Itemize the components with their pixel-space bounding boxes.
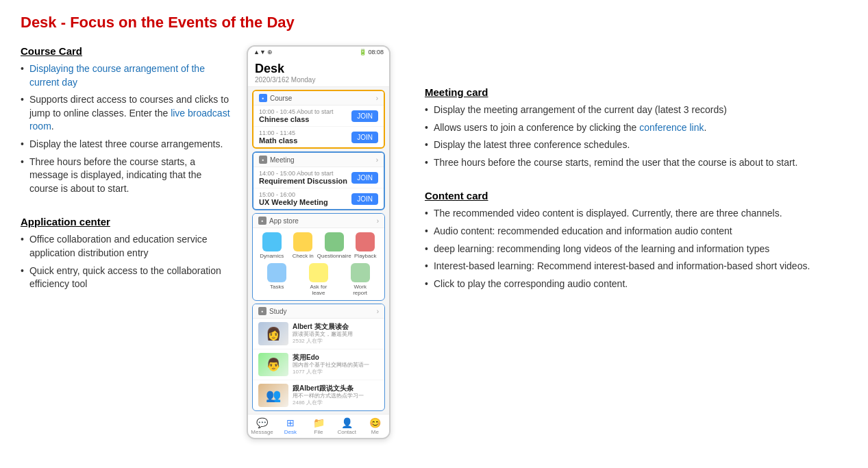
questionnaire-label: Questionnaire [317, 253, 351, 259]
meeting-row-1-time: 14:00 - 15:00 About to start [259, 170, 351, 177]
meeting-row-1: 14:00 - 15:00 About to start Requirement… [253, 167, 384, 188]
study-title-3: 跟Albert跟说文头条 [293, 384, 379, 393]
meeting-bullet-3: Display the latest three conference sche… [434, 138, 630, 152]
nav-file[interactable]: 📁 File [304, 417, 332, 435]
phone-bottom-nav: 💬 Message ⊞ Desk 📁 File 👤 Contact 😊 [248, 414, 389, 438]
study-info-2: 英用Edo 国内首个基于社交网络的英语一 1077 人在学 [293, 354, 379, 376]
bullet-1-text: Displaying the course arrangement of the… [29, 62, 233, 89]
phone-mockup: ▲▼ ⊕ 🔋 08:08 Desk 2020/3/162 Monday ▪ Co… [247, 45, 390, 439]
study-subtitle-2: 国内首个基于社交网络的英语一 [293, 362, 379, 369]
meeting-bullet-1: Display the meeting arrangement of the c… [434, 103, 727, 117]
phone-course-card: ▪ Course › 10:00 - 10:45 About to start … [252, 90, 385, 149]
study-card-label: Study [269, 308, 287, 315]
meeting-join-btn-1[interactable]: JOIN [351, 172, 378, 184]
app-item-tasks[interactable]: Tasks [264, 263, 289, 296]
app-item-questionnaire[interactable]: Questionnaire [322, 232, 347, 259]
dynamics-icon [262, 232, 282, 251]
list-item: Click to play the corresponding audio co… [425, 278, 847, 291]
live-broadcast-link[interactable]: live broadcast room [29, 108, 230, 132]
status-left: ▲▼ ⊕ [253, 49, 273, 56]
phone-app-title: Desk [255, 62, 382, 76]
playback-label: Playback [354, 253, 376, 259]
meeting-join-btn-2[interactable]: JOIN [351, 193, 378, 205]
list-item: Quick entry, quick access to the collabo… [21, 264, 233, 291]
phone-meeting-card-header: ▪ Meeting › [253, 153, 384, 167]
list-item: Display the meeting arrangement of the c… [425, 103, 847, 117]
left-panel: Course Card Displaying the course arrang… [21, 45, 240, 308]
study-count-3: 2486 人在学 [293, 399, 379, 406]
course-row-1-info: 10:00 - 10:45 About to start Chinese cla… [259, 108, 351, 123]
nav-contact[interactable]: 👤 Contact [333, 417, 361, 435]
content-bullet-1: The recommended video content is display… [434, 207, 782, 221]
study-card-icon: ▪ [258, 307, 266, 315]
course-row-2-title: Math class [259, 136, 351, 145]
meeting-bullet-4: Three hours before the course starts, re… [434, 156, 798, 170]
message-nav-icon: 💬 [256, 417, 268, 428]
meeting-row-2: 15:00 - 16:00 UX Weekly Meeting JOIN [253, 188, 384, 209]
meeting-chevron-right: › [376, 156, 378, 164]
study-info-3: 跟Albert跟说文头条 用不一样的方式选热点学习一 2486 人在学 [293, 384, 379, 407]
course-card-section: Course Card Displaying the course arrang… [21, 45, 233, 195]
meeting-card-section: Meeting card Display the meeting arrange… [425, 86, 847, 169]
app-store-card-icon: ▪ [258, 217, 266, 225]
course-chevron-right: › [376, 95, 378, 102]
study-title-2: 英用Edo [293, 354, 379, 362]
app-store-grid-row2: Tasks Ask for leave Work report [253, 263, 384, 300]
content-card-heading: Content card [425, 190, 847, 201]
app-item-leave[interactable]: Ask for leave [306, 263, 331, 296]
content-card-section: Content card The recommended video conte… [425, 190, 847, 291]
app-item-playback[interactable]: Playback [353, 232, 377, 259]
course-join-btn-1[interactable]: JOIN [351, 110, 378, 122]
study-subtitle-1: 跟读英语美文，邂逅英用 [293, 331, 379, 338]
nav-desk[interactable]: ⊞ Desk [276, 417, 304, 435]
me-nav-label: Me [371, 429, 379, 435]
checkin-label: Check in [293, 253, 314, 259]
meeting-row-2-info: 15:00 - 16:00 UX Weekly Meeting [259, 191, 351, 206]
nav-message[interactable]: 💬 Message [248, 417, 276, 435]
app-item-checkin[interactable]: Check in [290, 232, 315, 259]
list-item: Three hours before the course starts, a … [21, 156, 233, 196]
meeting-card-label: Meeting [270, 156, 295, 164]
meeting-card-heading: Meeting card [425, 86, 847, 98]
app-item-workreport[interactable]: Work report [348, 263, 373, 296]
phone-app-store-card: ▪ App store › Dynamics Check in [252, 213, 385, 301]
course-row-1-time: 10:00 - 10:45 About to start [259, 108, 351, 115]
study-item-2[interactable]: 👨 英用Edo 国内首个基于社交网络的英语一 1077 人在学 [253, 349, 384, 380]
course-card-heading: Course Card [21, 45, 233, 57]
list-item: Three hours before the course starts, re… [425, 156, 847, 170]
meeting-card-icon: ▪ [259, 156, 267, 164]
app-store-label: App store [269, 217, 299, 225]
phone-mockup-container: ▲▼ ⊕ 🔋 08:08 Desk 2020/3/162 Monday ▪ Co… [240, 45, 397, 439]
app-item-dynamics[interactable]: Dynamics [260, 232, 284, 259]
bullet-3-text: Display the latest three course arrangem… [29, 138, 223, 151]
study-chevron: › [377, 308, 379, 315]
phone-meeting-card: ▪ Meeting › 14:00 - 15:00 About to start… [252, 151, 385, 210]
dynamics-label: Dynamics [260, 253, 284, 259]
message-nav-label: Message [251, 429, 273, 435]
nav-me[interactable]: 😊 Me [361, 417, 389, 435]
study-item-1[interactable]: 👩 Albert 英文晨读会 跟读英语美文，邂逅英用 2532 人在学 [253, 319, 384, 349]
course-card-label: Course [270, 95, 292, 102]
content-bullet-5: Click to play the corresponding audio co… [434, 278, 628, 291]
course-join-btn-2[interactable]: JOIN [351, 132, 378, 143]
course-card-icon: ▪ [259, 94, 267, 102]
contact-nav-label: Contact [337, 429, 356, 435]
list-item: Display the latest three course arrangem… [21, 138, 233, 151]
conference-link[interactable]: conference link [639, 122, 704, 133]
workreport-label: Work report [348, 284, 373, 296]
list-item: deep learning: recommending long videos … [425, 243, 847, 256]
app-center-section: Application center Office collaboration … [21, 216, 233, 291]
tasks-icon [267, 263, 286, 282]
content-bullet-2: Audio content: recommended education and… [434, 225, 732, 238]
meeting-bullet-2: Allows users to join a conference by cli… [434, 121, 706, 135]
phone-scroll-area[interactable]: ▪ Course › 10:00 - 10:45 About to start … [248, 87, 389, 414]
app-bullet-2: Quick entry, quick access to the collabo… [29, 264, 233, 291]
desk-nav-label: Desk [284, 429, 297, 435]
questionnaire-icon [325, 232, 344, 251]
phone-header: Desk 2020/3/162 Monday [248, 58, 389, 87]
checkin-icon [293, 232, 312, 251]
study-thumb-2: 👨 [258, 353, 288, 376]
study-item-3[interactable]: 👥 跟Albert跟说文头条 用不一样的方式选热点学习一 2486 人在学 [253, 380, 384, 410]
bullet-2-text: Supports direct access to courses and cl… [29, 93, 233, 134]
workreport-icon [351, 263, 370, 282]
